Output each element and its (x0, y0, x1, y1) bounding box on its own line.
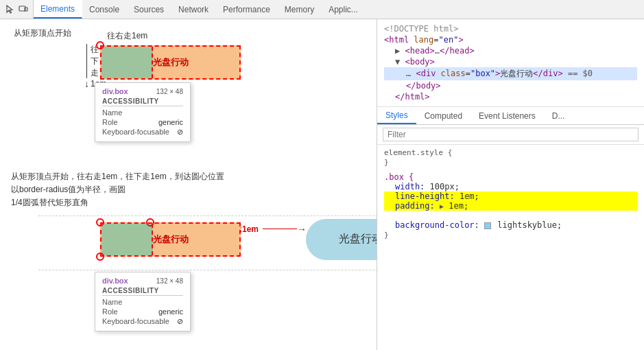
subtab-styles[interactable]: Styles (377, 107, 416, 124)
tooltip-header-b: div.box 132 × 48 (102, 277, 183, 285)
devtools-tab-bar: Elements Console Sources Network Perform… (0, 0, 644, 19)
body-close-line: </body> (384, 80, 637, 91)
html-close-line: </html> (384, 91, 637, 102)
tooltip-name-row-b: Name (102, 297, 183, 307)
css-width: width: 100px; (384, 182, 460, 191)
css-padding: padding: ▶ 1em; (384, 201, 637, 211)
color-swatch[interactable] (484, 222, 491, 229)
h-arrow-label: 往右走1em (107, 31, 147, 40)
bottom-description: 从矩形顶点开始，往右走1em，往下走1em，到达圆心位置 以border-rad… (11, 170, 366, 210)
accessibility-heading: ACCESSIBILITY (102, 97, 183, 106)
cursor-icon[interactable] (4, 4, 15, 15)
start-label: 从矩形顶点开始 (14, 27, 71, 39)
tab-application[interactable]: Applic... (322, 0, 366, 19)
tooltip-keyboard-row: Keyboard-focusable ⊘ (102, 127, 183, 137)
accessibility-heading-b: ACCESSIBILITY (102, 287, 183, 296)
bottom-diagram-area: 光盘行动 border-radius:1em → 光盘行动 (11, 215, 366, 332)
padding-expand-icon[interactable]: ▶ (440, 202, 444, 210)
body-open-line: ▼ <body> (384, 56, 637, 67)
box-rule-close: } (384, 231, 389, 240)
tab-performance[interactable]: Performance (216, 0, 278, 19)
css-bg-color: background-color: lightskyblue; (384, 220, 562, 230)
doctype-line: <!DOCTYPE html> (384, 23, 637, 34)
tooltip-size-b: 132 × 48 (156, 277, 183, 285)
element-style-selector: element.style { (384, 148, 452, 157)
circle-tl (96, 218, 104, 226)
devtools-panel: <!DOCTYPE html> <html lang="en"> ▶ <head… (377, 19, 644, 350)
tooltip-box-bottom: div.box 132 × 48 ACCESSIBILITY Name Role… (95, 272, 191, 331)
v-arrow-line: ↓ (84, 44, 89, 89)
devtools-icons (0, 0, 34, 19)
devtools-subtab-bar: Styles Computed Event Listeners D... (377, 107, 644, 125)
v-line (86, 44, 87, 78)
tab-sources[interactable]: Sources (127, 0, 171, 19)
keyboard-icon-b: ⊘ (177, 317, 183, 326)
circle-topleft (96, 41, 104, 49)
head-line: ▶ <head>…</head> (384, 45, 637, 56)
tab-memory[interactable]: Memory (278, 0, 322, 19)
tooltip-box-top: div.box 132 × 48 ACCESSIBILITY Name Role… (95, 82, 191, 142)
css-line-height: line-height: 1em; (384, 191, 637, 201)
tooltip-header: div.box 132 × 48 (102, 87, 183, 95)
element-style-rule: element.style { } (377, 145, 644, 170)
subtab-event-listeners[interactable]: Event Listeners (470, 107, 544, 124)
tab-network[interactable]: Network (171, 0, 216, 19)
box-element: 光盘行动 (100, 45, 241, 80)
box-text-bottom: 光盘行动 (102, 224, 239, 255)
element-style-close: } (384, 158, 389, 167)
html-tree: <!DOCTYPE html> <html lang="en"> ▶ <head… (377, 19, 644, 107)
subtab-computed[interactable]: Computed (416, 107, 470, 124)
tooltip-class-b: div.box (102, 277, 128, 285)
tooltip-role-row-b: Role generic (102, 307, 183, 316)
box-rule: .box { width: 100px; line-height: 1em; p… (377, 170, 644, 242)
box-element-bottom: 光盘行动 (100, 222, 241, 257)
tab-elements[interactable]: Elements (34, 0, 82, 19)
styles-panel: element.style { } .box { width: 100px; l… (377, 145, 644, 350)
tooltip-role-row: Role generic (102, 117, 183, 127)
keyboard-icon: ⊘ (177, 128, 183, 137)
html-open-line: <html lang="en"> (384, 34, 637, 45)
tooltip-name-row: Name (102, 108, 183, 117)
box-selector: .box { (384, 172, 414, 182)
tooltip-class: div.box (102, 87, 128, 95)
box-text: 光盘行动 (102, 47, 239, 78)
tab-console[interactable]: Console (82, 0, 127, 19)
div-selected-line: … <div class="box">光盘行动</div> == $0 (384, 67, 637, 80)
circle-bl (96, 253, 104, 261)
filter-bar (377, 125, 644, 145)
main-area: 从矩形顶点开始 往右走1em → (0, 19, 644, 350)
svg-rect-1 (25, 8, 27, 11)
device-icon[interactable] (18, 4, 29, 15)
tooltip-keyboard-row-b: Keyboard-focusable ⊘ (102, 316, 183, 327)
tooltip-size: 132 × 48 (156, 88, 183, 95)
subtab-dom-breakpoints[interactable]: D... (544, 107, 573, 124)
diagram-bottom: 从矩形顶点开始，往右走1em，往下走1em，到达圆心位置 以border-rad… (11, 170, 366, 332)
diagram-top: 从矩形顶点开始 往右走1em → (11, 26, 366, 170)
filter-input[interactable] (383, 128, 639, 141)
circle-tr-inner (146, 218, 154, 226)
diagram-area: 从矩形顶点开始 往右走1em → (0, 19, 377, 350)
v-arrow-down: ↓ (84, 78, 89, 89)
